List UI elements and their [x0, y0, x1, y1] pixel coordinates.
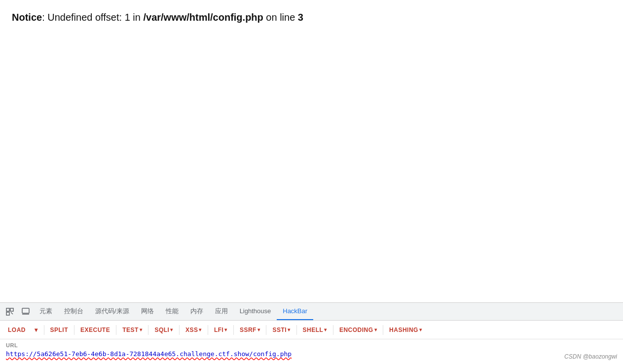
hackbar-separator-2: [74, 325, 74, 335]
error-path: /var/www/html/config.php: [143, 12, 263, 23]
watermark: CSDN @baozongwi: [564, 353, 617, 360]
hackbar-encoding-arrow: ▾: [374, 327, 377, 332]
hackbar-lfi-arrow: ▾: [224, 327, 227, 332]
hackbar-ssti-arrow: ▾: [288, 327, 291, 332]
hackbar-separator-8: [266, 325, 266, 335]
hackbar-hashing-button[interactable]: HASHING ▾: [385, 325, 426, 335]
hackbar-separator-3: [116, 325, 116, 335]
svg-rect-0: [6, 308, 9, 311]
hackbar-url-section: URL https://5a626e51-7eb6-4e6b-8d1a-7281…: [0, 339, 623, 364]
hackbar-test-button[interactable]: TEST ▾: [118, 325, 146, 335]
url-value[interactable]: https://5a626e51-7eb6-4e6b-8d1a-7281844a…: [6, 350, 617, 358]
hackbar-ssrf-button[interactable]: SSRF ▾: [236, 325, 264, 335]
tab-elements[interactable]: 元素: [34, 303, 58, 320]
error-colon: : Undefined offset: 1 in: [42, 12, 143, 23]
error-suffix: on line: [263, 12, 298, 23]
hackbar-load-button[interactable]: LOAD: [4, 325, 30, 335]
error-message: Notice: Undefined offset: 1 in /var/www/…: [12, 10, 611, 25]
hackbar-hashing-arrow: ▾: [419, 327, 422, 332]
hackbar-execute-button[interactable]: EXECUTE: [76, 325, 114, 335]
hackbar-separator-11: [383, 325, 383, 335]
tab-memory[interactable]: 内存: [184, 303, 209, 320]
hackbar-toolbar: LOAD ▾ SPLIT EXECUTE TEST ▾ SQLI ▾ XSS ▾…: [0, 321, 623, 339]
url-label: URL: [6, 342, 617, 348]
hackbar-encoding-button[interactable]: ENCODING ▾: [335, 325, 381, 335]
svg-rect-1: [10, 308, 13, 311]
svg-rect-4: [22, 308, 29, 313]
hackbar-ssti-button[interactable]: SSTI ▾: [268, 325, 294, 335]
svg-line-3: [11, 312, 13, 314]
devtools-panel: 元素 控制台 源代码/来源 网络 性能 内存 应用 Lighthouse Hac…: [0, 302, 623, 364]
hackbar-separator-10: [333, 325, 333, 335]
hackbar-xss-arrow: ▾: [199, 327, 202, 332]
tab-application[interactable]: 应用: [209, 303, 234, 320]
devtools-icon-cursor[interactable]: [2, 303, 18, 320]
hackbar-sqli-button[interactable]: SQLI ▾: [150, 325, 177, 335]
hackbar-separator-9: [296, 325, 297, 335]
main-content: Notice: Undefined offset: 1 in /var/www/…: [0, 0, 623, 302]
hackbar-sqli-arrow: ▾: [170, 327, 173, 332]
hackbar-lfi-button[interactable]: LFI ▾: [210, 325, 231, 335]
svg-rect-2: [6, 312, 9, 315]
hackbar-load-arrow-button[interactable]: ▾: [31, 325, 42, 335]
tab-hackbar[interactable]: HackBar: [277, 303, 313, 320]
hackbar-separator-6: [208, 325, 208, 335]
devtools-icon-inspect[interactable]: [18, 303, 34, 320]
hackbar-shell-arrow: ▾: [324, 327, 327, 332]
tab-lighthouse[interactable]: Lighthouse: [234, 303, 277, 320]
hackbar-split-button[interactable]: SPLIT: [46, 325, 73, 335]
hackbar-separator-1: [44, 325, 44, 335]
hackbar-test-arrow: ▾: [140, 327, 143, 332]
tab-console[interactable]: 控制台: [58, 303, 89, 320]
hackbar-xss-button[interactable]: XSS ▾: [182, 325, 206, 335]
hackbar-shell-button[interactable]: SHELL ▾: [299, 325, 331, 335]
tab-network[interactable]: 网络: [135, 303, 160, 320]
error-line: 3: [298, 12, 303, 23]
hackbar-separator-4: [148, 325, 148, 335]
tab-performance[interactable]: 性能: [160, 303, 184, 320]
hackbar-separator-7: [233, 325, 234, 335]
tab-sources[interactable]: 源代码/来源: [89, 303, 135, 320]
notice-keyword: Notice: [12, 12, 42, 23]
devtools-tabs: 元素 控制台 源代码/来源 网络 性能 内存 应用 Lighthouse Hac…: [0, 303, 623, 321]
hackbar-ssrf-arrow: ▾: [257, 327, 260, 332]
hackbar-separator-5: [179, 325, 180, 335]
